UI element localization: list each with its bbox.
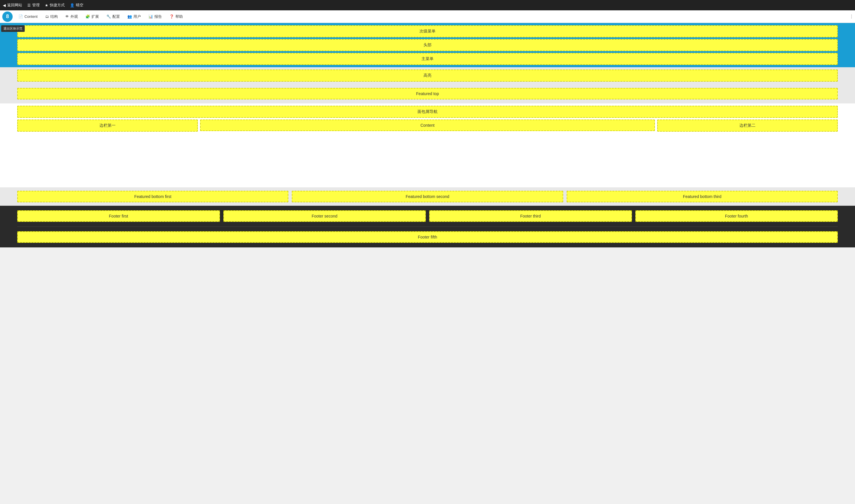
featured-bottom-first-wrap: Featured bottom first	[17, 191, 288, 202]
featured-bottom-row: Featured bottom first Featured bottom se…	[17, 191, 838, 202]
toolbar-extend-btn[interactable]: 🧩 扩展	[82, 12, 102, 21]
structure-label: 结构	[50, 14, 58, 19]
footer-region: Footer first Footer second Footer third …	[0, 206, 855, 247]
main-menu-block[interactable]: 主菜单	[17, 53, 838, 65]
back-label: 返回网站	[7, 3, 22, 8]
user-menu[interactable]: 👤 晴空	[70, 3, 83, 8]
toolbar-appearance-btn[interactable]: 👁 外观	[62, 12, 82, 21]
footer-third-block[interactable]: Footer third	[429, 210, 632, 222]
content-main-wrap: Content	[200, 120, 655, 131]
featured-bottom-third-wrap: Featured bottom third	[567, 191, 838, 202]
footer-fifth-block[interactable]: Footer fifth	[17, 231, 838, 243]
content-block[interactable]: Content	[200, 120, 655, 131]
sidebar-first-wrap: 边栏第一	[17, 120, 198, 131]
content-label: Content	[24, 14, 38, 19]
sidebar-second-wrap: 边栏第二	[657, 120, 838, 131]
featured-top-region: Featured top	[0, 84, 855, 104]
toolbar-help-btn[interactable]: ❓ 帮助	[166, 12, 186, 21]
footer-second-wrap: Footer second	[224, 210, 426, 222]
users-label: 用户	[133, 14, 141, 19]
white-space	[17, 133, 838, 185]
shortcuts-menu[interactable]: ★ 快捷方式	[45, 3, 65, 8]
logo[interactable]: 8	[2, 12, 13, 22]
highlight-block[interactable]: 高亮	[17, 70, 838, 82]
extend-icon: 🧩	[85, 14, 90, 19]
users-icon: 👥	[127, 14, 132, 19]
toolbar-config-btn[interactable]: 🔧 配置	[103, 12, 123, 21]
footer-columns: Footer first Footer second Footer third …	[17, 210, 838, 222]
config-icon: 🔧	[106, 14, 111, 19]
content-region: 面包屑导航 边栏第一 Content 边栏第二	[0, 104, 855, 187]
appearance-icon: 👁	[65, 14, 69, 19]
exit-block-btn[interactable]: 退出区块示范	[1, 25, 25, 32]
report-label: 报告	[154, 14, 162, 19]
featured-bottom-region: Featured bottom first Featured bottom se…	[0, 187, 855, 206]
back-icon: ◀	[3, 3, 6, 7]
toolbar-users-btn[interactable]: 👥 用户	[124, 12, 144, 21]
content-icon: 📄	[18, 14, 23, 19]
footer-divider	[17, 227, 838, 227]
toolbar-structure-btn[interactable]: 🗂 结构	[42, 12, 61, 21]
help-icon: ❓	[169, 14, 174, 19]
menu-icon: ☰	[27, 3, 31, 7]
featured-bottom-third-block[interactable]: Featured bottom third	[567, 191, 838, 202]
footer-second-block[interactable]: Footer second	[224, 210, 426, 222]
toolbar-pipe: ┊	[850, 14, 853, 19]
featured-top-block[interactable]: Featured top	[17, 88, 838, 100]
back-to-site[interactable]: ◀ 返回网站	[3, 3, 22, 8]
footer-fourth-block[interactable]: Footer fourth	[635, 210, 838, 222]
star-icon: ★	[45, 3, 48, 7]
featured-bottom-second-wrap: Featured bottom second	[292, 191, 563, 202]
highlight-region: 高亮	[0, 67, 855, 84]
user-icon: 👤	[70, 3, 74, 7]
footer-first-wrap: Footer first	[17, 210, 220, 222]
footer-fourth-wrap: Footer fourth	[635, 210, 838, 222]
user-label: 晴空	[76, 3, 83, 8]
extend-label: 扩展	[91, 14, 99, 19]
manage-label: 管理	[32, 3, 40, 8]
help-label: 帮助	[175, 14, 183, 19]
secondary-menu-block[interactable]: 次级菜单	[17, 25, 838, 37]
footer-third-wrap: Footer third	[429, 210, 632, 222]
header-block[interactable]: 头部	[17, 39, 838, 51]
breadcrumb-block[interactable]: 面包屑导航	[17, 106, 838, 118]
admin-bar: ◀ 返回网站 ☰ 管理 ★ 快捷方式 👤 晴空	[0, 0, 855, 10]
content-row: 边栏第一 Content 边栏第二	[17, 120, 838, 131]
featured-bottom-second-block[interactable]: Featured bottom second	[292, 191, 563, 202]
appearance-label: 外观	[70, 14, 78, 19]
toolbar-content-btn[interactable]: 📄 Content	[15, 13, 41, 20]
page-wrap: 退出区块示范 次级菜单 头部 主菜单 高亮 Featured top 面包屑导航…	[0, 23, 855, 247]
manage-menu[interactable]: ☰ 管理	[27, 3, 40, 8]
report-icon: 📊	[148, 14, 153, 19]
toolbar-report-btn[interactable]: 📊 报告	[145, 12, 165, 21]
featured-bottom-first-block[interactable]: Featured bottom first	[17, 191, 288, 202]
sidebar-first-block[interactable]: 边栏第一	[17, 120, 198, 131]
logo-text: 8	[6, 14, 9, 20]
footer-first-block[interactable]: Footer first	[17, 210, 220, 222]
blue-region: 次级菜单 头部 主菜单	[0, 23, 855, 67]
toolbar: 8 📄 Content 🗂 结构 👁 外观 🧩 扩展 🔧 配置 👥 用户 📊 报…	[0, 10, 855, 23]
config-label: 配置	[112, 14, 120, 19]
sidebar-second-block[interactable]: 边栏第二	[657, 120, 838, 131]
shortcuts-label: 快捷方式	[50, 3, 65, 8]
structure-icon: 🗂	[45, 14, 49, 19]
